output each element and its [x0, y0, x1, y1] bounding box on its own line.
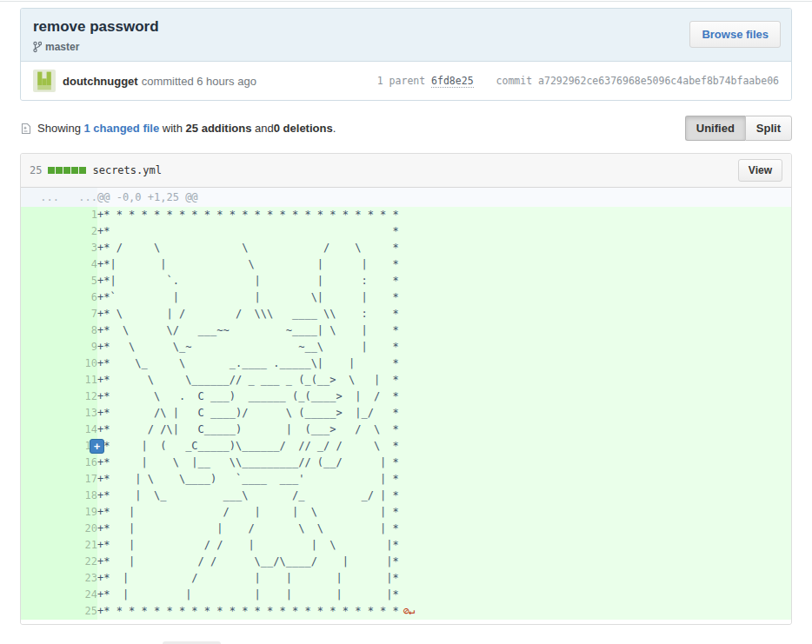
line-number-new[interactable]: 3 [59, 240, 97, 256]
line-number-old[interactable] [21, 372, 59, 388]
diff-line-text: +* \ \______// _ ___ _ (_(__> \ | * [97, 374, 399, 386]
browse-files-button[interactable]: Browse files [689, 21, 781, 48]
diff-table: ... ... @@ -0,0 +1,25 @@ 1+* * * * * * *… [21, 188, 791, 620]
line-number-new[interactable]: 13 [59, 405, 97, 422]
diff-line-code: +* \ \_~ ~__\ | * [97, 339, 791, 355]
hunk-gutter-new: ... [59, 188, 97, 207]
diff-line-row: 7+* \ | / / \\\ ____ \\ : * [21, 306, 791, 322]
diff-file-icon [21, 123, 31, 135]
diff-line-row: 13+* /\ | C ____)/ \ (_____> |_/ * [21, 405, 791, 422]
line-number-old[interactable] [21, 339, 59, 355]
diff-line-text: +*| | \ | | * [97, 258, 399, 270]
line-number-old[interactable] [21, 455, 59, 471]
file-header: 25 secrets.yml View [21, 154, 791, 188]
line-number-old[interactable] [21, 207, 59, 223]
line-number-new[interactable]: 5 [59, 273, 97, 289]
line-number-new[interactable]: 19 [59, 504, 97, 521]
line-number-new[interactable]: 6 [59, 289, 97, 306]
diff-line-text: +* | \ |__ \\_________// (__/ | * [97, 456, 399, 468]
view-file-button[interactable]: View [738, 159, 782, 182]
line-number-new[interactable]: 1 [59, 207, 97, 223]
line-number-old[interactable] [21, 570, 59, 587]
diff-line-code: +* | \ |__ \\_________// (__/ | * [97, 455, 791, 471]
line-number-old[interactable] [21, 306, 59, 322]
line-number-new[interactable]: 24 [59, 587, 97, 603]
diff-line-text: +*` | | \| | * [97, 291, 399, 303]
author-avatar[interactable] [33, 70, 56, 92]
diff-line-code: +* | | / \ \ | * [97, 521, 791, 537]
line-number-new[interactable]: 20 [59, 521, 97, 537]
line-number-old[interactable] [21, 521, 59, 537]
diff-line-row: 2+* * [21, 223, 791, 240]
changed-file-link[interactable]: 1 changed file [84, 122, 160, 135]
diff-stat-block [79, 167, 86, 174]
unified-toggle-button[interactable]: Unified [685, 116, 745, 141]
line-number-old[interactable] [21, 438, 59, 455]
diff-line-row: 4+*| | \ | | * [21, 256, 791, 273]
diff-line-code: +*| | \ | | * [97, 256, 791, 273]
line-number-new[interactable]: 16 [59, 455, 97, 471]
split-toggle-button[interactable]: Split [745, 116, 792, 141]
hunk-header-row: ... ... @@ -0,0 +1,25 @@ [21, 188, 791, 207]
diff-line-code: +* | | | | | |* [97, 587, 791, 603]
diff-line-code: +* / /\| C_____) | (___> / \ * [97, 422, 791, 438]
author-name[interactable]: doutchnugget [63, 75, 138, 88]
diff-line-code: +* * [97, 223, 791, 240]
line-number-old[interactable] [21, 289, 59, 306]
diff-line-row: 16+* | \ |__ \\_________// (__/ | * [21, 455, 791, 471]
line-number-old[interactable] [21, 603, 59, 620]
line-number-old[interactable] [21, 240, 59, 256]
line-number-new[interactable]: 2 [59, 223, 97, 240]
diff-line-text: +* * * * * * * * * * * * * * * * * * * *… [97, 605, 399, 617]
commit-sha-group: commit a7292962ce6376968e5096c4abef8b74b… [496, 75, 779, 87]
line-number-new[interactable]: 11 [59, 372, 97, 388]
diff-line-text: +* / /\| C_____) | (___> / \ * [97, 423, 399, 435]
diff-line-code: +* \ \/ ___~~ ~____| \ | * [97, 322, 791, 339]
line-number-old[interactable] [21, 388, 59, 405]
line-number-new[interactable]: 7 [59, 306, 97, 322]
line-number-new[interactable]: 21 [59, 537, 97, 554]
line-number-new[interactable]: 17 [59, 471, 97, 488]
line-number-old[interactable] [21, 273, 59, 289]
diff-line-code: +* | / | | | |* [97, 570, 791, 587]
line-number-new[interactable]: 4 [59, 256, 97, 273]
line-number-old[interactable] [21, 405, 59, 422]
full-commit-sha: a7292962ce6376968e5096c4abef8b74bfaabe06 [538, 75, 779, 87]
line-number-old[interactable] [21, 322, 59, 339]
diff-line-code: +* \ \______// _ ___ _ (_(__> \ | * [97, 372, 791, 388]
diff-stat-block [63, 167, 70, 174]
add-line-comment-button[interactable]: + [90, 439, 104, 454]
line-number-old[interactable] [21, 223, 59, 240]
line-number-old[interactable] [21, 471, 59, 488]
diff-line-row: 3+* / \ \ / \ * [21, 240, 791, 256]
diff-line-code: +* * * * * * * * * * * * * * * * * * * *… [97, 603, 791, 620]
line-number-old[interactable] [21, 256, 59, 273]
diff-line-code: +*` | | \| | * [97, 289, 791, 306]
line-number-old[interactable] [21, 504, 59, 521]
diff-line-code: +* \_ \ _.____ ._____\| | * [97, 355, 791, 372]
line-number-old[interactable] [21, 587, 59, 603]
diff-line-row: 14+* / /\| C_____) | (___> / \ * [21, 422, 791, 438]
line-number-new[interactable]: 10 [59, 355, 97, 372]
line-number-new[interactable]: 23 [59, 570, 97, 587]
diff-line-text: +* | ( _C_____)\______/ // _/ / \ * [97, 440, 399, 452]
line-number-old[interactable] [21, 355, 59, 372]
line-number-old[interactable] [21, 537, 59, 554]
page-top-divider [0, 0, 812, 2]
line-number-old[interactable] [21, 488, 59, 504]
file-name: secrets.yml [92, 164, 161, 176]
line-number-new[interactable]: 14 [59, 422, 97, 438]
line-number-new[interactable]: 9 [59, 339, 97, 355]
line-number-old[interactable] [21, 554, 59, 570]
diff-line-text: +* * [97, 225, 399, 237]
line-number-new[interactable]: 8 [59, 322, 97, 339]
commit-page: remove password master Browse files [20, 8, 792, 644]
line-number-new[interactable]: 18 [59, 488, 97, 504]
diff-line-code: ++* | ( _C_____)\______/ // _/ / \ * [97, 438, 791, 455]
line-number-new[interactable]: 12 [59, 388, 97, 405]
line-number-new[interactable]: 22 [59, 554, 97, 570]
line-number-old[interactable] [21, 422, 59, 438]
parent-sha-link[interactable]: 6fd8e25 [431, 75, 473, 88]
diff-line-code: +*| `. | | : * [97, 273, 791, 289]
line-number-new[interactable]: 25 [59, 603, 97, 620]
